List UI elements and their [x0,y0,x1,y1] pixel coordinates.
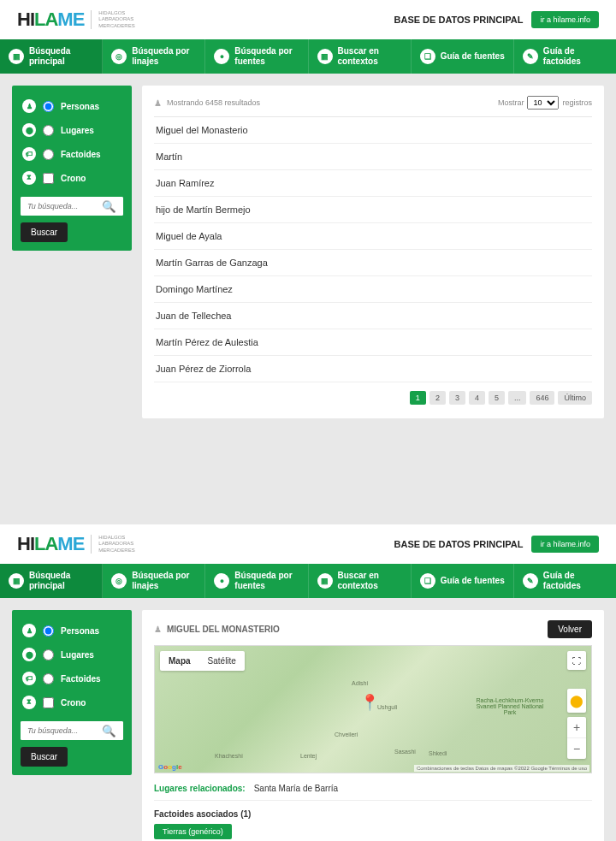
nav-icon: ✎ [523,49,538,64]
filter-crono[interactable]: ⧗Crono [21,690,123,714]
result-row[interactable]: hijo de Martín Bermejo [154,197,592,223]
search-icon[interactable]: 🔍 [95,197,123,216]
fullscreen-icon[interactable]: ⛶ [567,651,586,670]
filter-icon: ♟ [22,99,36,113]
places-value: Santa María de Barría [254,784,338,793]
nav-icon: ● [214,573,229,589]
nav-item-5[interactable]: ✎Guía de factoides [514,39,616,74]
pagination: 12345...646Último [154,391,592,405]
filter-icon: ⧗ [22,696,36,709]
places-label: Lugares relacionados: [154,784,246,793]
page-4[interactable]: 4 [469,391,485,405]
map[interactable]: MapaSatélite ⛶ ⬤ +− 📍 Adishi Ushguli Chv… [154,645,592,773]
filter-icon: 🏷 [22,147,36,161]
page-1[interactable]: 1 [410,391,426,405]
page-646[interactable]: 646 [530,391,554,405]
site-link-button[interactable]: ir a hilame.info [531,536,599,553]
search-button[interactable]: Buscar [21,222,68,242]
detail-title: MIGUEL DEL MONASTERIO [167,625,280,634]
factoids-title: Factoides asociados (1) [154,809,592,819]
nav-icon: ❏ [420,573,435,589]
zoom-control[interactable]: +− [567,717,586,759]
page-2[interactable]: 2 [429,391,446,405]
filter-factoides[interactable]: 🏷Factoides [21,142,123,166]
result-row[interactable]: Juan de Tellechea [154,303,592,329]
back-button[interactable]: Volver [548,620,592,638]
site-link-button[interactable]: ir a hilame.info [531,11,599,28]
filter-icon: ♟ [22,624,36,637]
nav-item-5[interactable]: ✎Guía de factoides [514,564,616,598]
logo: HILAME HIDALGOSLABRADORASMERCADERES [17,9,135,31]
page-size-select[interactable]: 10 [527,96,559,110]
filter-personas[interactable]: ♟Personas [21,94,123,118]
nav-icon: ◎ [111,573,127,589]
search-input[interactable] [21,721,95,740]
result-row[interactable]: Martín Garras de Ganzaga [154,250,592,276]
db-title: BASE DE DATOS PRINCIPAL [394,15,524,25]
nav-icon: ▦ [317,49,333,64]
nav-icon: ▦ [9,573,24,589]
filter-lugares[interactable]: ⬤Lugares [21,643,123,666]
page-Último[interactable]: Último [558,391,592,405]
result-row[interactable]: Miguel del Monasterio [154,117,592,144]
result-row[interactable]: Juan Pérez de Ziorrola [154,356,592,382]
nav-item-0[interactable]: ▦Búsqueda principal [0,564,103,598]
person-icon: ♟ [154,98,162,108]
nav-icon: ◎ [111,49,127,64]
result-row[interactable]: Domingo Martínez [154,276,592,303]
nav-item-1[interactable]: ◎Búsqueda por linajes [103,564,205,598]
filter-personas[interactable]: ♟Personas [21,619,123,643]
page-...[interactable]: ... [508,391,527,405]
nav-icon: ● [214,49,229,64]
page-5[interactable]: 5 [489,391,505,405]
nav-item-2[interactable]: ●Búsqueda por fuentes [205,564,308,598]
nav-item-3[interactable]: ▦Buscar en contextos [309,564,412,598]
search-icon[interactable]: 🔍 [95,721,123,740]
detail-panel: ♟MIGUEL DEL MONASTERIO Volver MapaSatéli… [142,610,604,841]
person-icon: ♟ [154,625,162,634]
result-row[interactable]: Miguel de Ayala [154,223,592,250]
header: HILAME HIDALGOSLABRADORASMERCADERES BASE… [0,524,616,564]
nav-item-0[interactable]: ▦Búsqueda principal [0,39,103,74]
nav-icon: ❏ [420,49,435,64]
search-button[interactable]: Buscar [21,747,68,767]
map-attribution: Combinaciones de teclas Datos de mapas ©… [414,765,589,772]
map-pin-icon: 📍 [360,693,379,712]
filter-icon: ⬤ [22,648,36,661]
map-type-toggle[interactable]: MapaSatélite [160,651,245,671]
nav-icon: ▦ [9,49,24,64]
search-input[interactable] [21,197,95,216]
nav-item-3[interactable]: ▦Buscar en contextos [309,39,412,74]
filter-lugares[interactable]: ⬤Lugares [21,118,123,142]
filter-sidebar: ♟Personas⬤Lugares🏷Factoides⧗Crono🔍Buscar [12,86,132,251]
nav-item-4[interactable]: ❏Guía de fuentes [412,39,514,74]
result-row[interactable]: Martín Pérez de Aulestia [154,329,592,356]
results-panel: ♟Mostrando 6458 resultados Mostrar10regi… [142,86,604,418]
nav-icon: ✎ [523,573,538,589]
filter-icon: 🏷 [22,672,36,685]
result-count: Mostrando 6458 resultados [167,98,260,107]
nav-item-1[interactable]: ◎Búsqueda por linajes [103,39,205,74]
nav-icon: ▦ [317,573,333,589]
google-logo: Google [158,763,182,771]
nav-item-4[interactable]: ❏Guía de fuentes [412,564,514,598]
streetview-icon[interactable]: ⬤ [567,689,586,713]
factoid-tag[interactable]: Tierras (genérico) [154,824,232,839]
zoom-in-icon: + [567,717,586,738]
filter-icon: ⧗ [22,171,36,185]
header: HILAME HIDALGOSLABRADORASMERCADERES BASE… [0,0,616,39]
nav-item-2[interactable]: ●Búsqueda por fuentes [205,39,308,74]
result-row[interactable]: Martín [154,144,592,170]
filter-factoides[interactable]: 🏷Factoides [21,666,123,690]
filter-crono[interactable]: ⧗Crono [21,166,123,190]
filter-icon: ⬤ [22,123,36,137]
page-3[interactable]: 3 [449,391,465,405]
zoom-out-icon: − [567,738,586,759]
result-row[interactable]: Juan Ramírez [154,170,592,197]
main-nav: ▦Búsqueda principal◎Búsqueda por linajes… [0,39,616,74]
